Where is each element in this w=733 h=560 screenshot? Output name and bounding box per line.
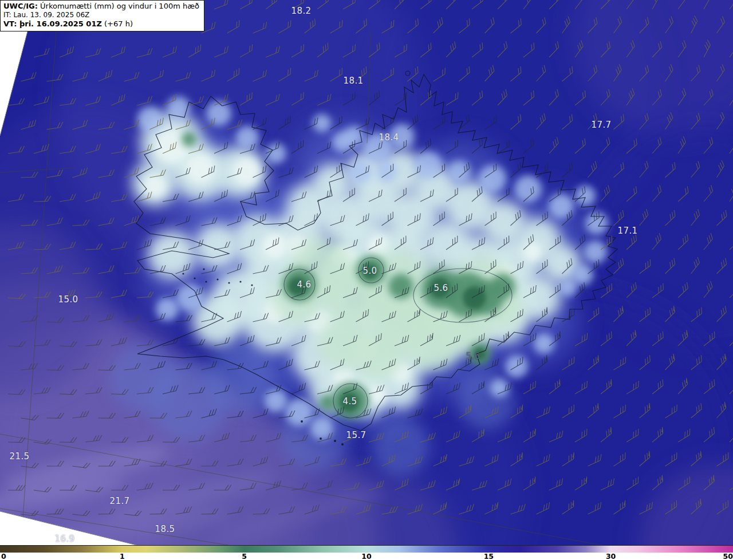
valid-time-line: VT: þri. 16.09.2025 01Z (+67 h)	[3, 19, 199, 29]
init-time-line: IT: Lau. 13. 09. 2025 06Z	[3, 11, 199, 19]
map-canvas	[0, 0, 733, 560]
colorbar-tick: 10	[361, 552, 371, 560]
colorbar-tick: 50	[723, 552, 733, 560]
weather-map-viewport: 18.218.118.417.717.115.04.65.05.65.64.51…	[0, 0, 733, 560]
colorbar-ticks: 01510153050	[0, 553, 733, 560]
product-title: Úrkomumætti (mm) og vindur i 100m hæð	[38, 2, 199, 10]
colorbar-tick: 5	[242, 552, 247, 560]
colorbar-tick: 0	[1, 552, 6, 560]
precipitation-colorbar: 01510153050	[0, 545, 733, 560]
product-title-line: UWC/IG: Úrkomumætti (mm) og vindur i 100…	[3, 2, 199, 11]
valid-time: VT: þri. 16.09.2025 01Z	[3, 19, 102, 28]
colorbar-tick: 1	[120, 552, 125, 560]
valid-time-offset: (+67 h)	[102, 19, 133, 28]
precipitation-field	[0, 0, 733, 560]
colorbar-tick: 15	[484, 552, 494, 560]
colorbar-tick: 30	[606, 552, 616, 560]
product-label: UWC/IG:	[3, 2, 38, 10]
map-title-box: UWC/IG: Úrkomumætti (mm) og vindur i 100…	[0, 0, 204, 31]
